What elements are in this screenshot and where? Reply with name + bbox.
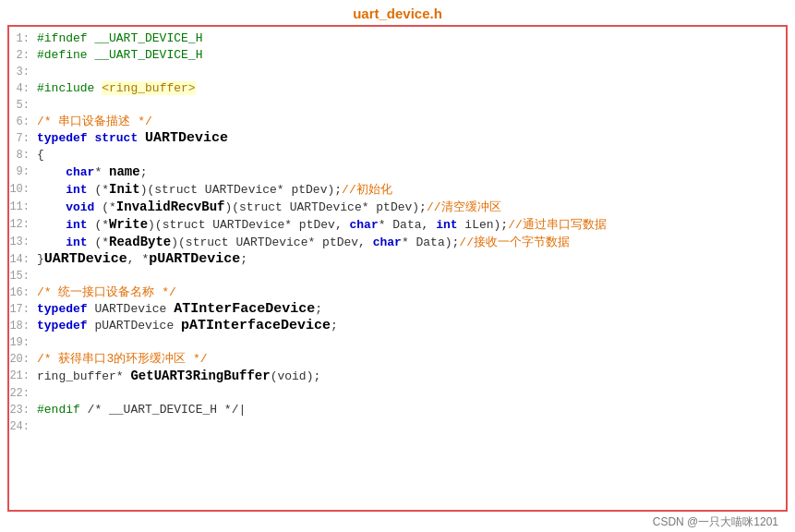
line-content: #ifndef __UART_DEVICE_H (35, 30, 786, 47)
line-number: 19: (9, 334, 35, 351)
line-content: ring_buffer* GetUART3RingBuffer(void); (35, 368, 786, 385)
line-number: 17: (9, 301, 35, 318)
line-content (35, 268, 786, 284)
line-number: 20: (9, 351, 35, 368)
file-title: uart_device.h (0, 0, 795, 25)
footer-credit: CSDN @一只大喵咪1201 (0, 512, 795, 532)
table-row: 7:typedef struct UARTDevice (9, 130, 786, 147)
table-row: 6:/* 串口设备描述 */ (9, 114, 786, 130)
line-number: 14: (9, 251, 35, 268)
line-content: /* 串口设备描述 */ (35, 114, 786, 130)
table-row: 21:ring_buffer* GetUART3RingBuffer(void)… (9, 368, 786, 385)
line-content: #define __UART_DEVICE_H (35, 47, 786, 64)
table-row: 24: (9, 418, 786, 435)
line-number: 7: (9, 130, 35, 147)
table-row: 15: (9, 268, 786, 284)
line-content (35, 64, 786, 80)
line-content: #include <ring_buffer> (35, 80, 786, 97)
table-row: 3: (9, 64, 786, 80)
line-number: 3: (9, 64, 35, 80)
line-content (35, 418, 786, 435)
line-number: 4: (9, 80, 35, 97)
line-number: 8: (9, 147, 35, 163)
line-content: void (*InvalidRecvBuf)(struct UARTDevice… (35, 199, 786, 216)
line-number: 23: (9, 402, 35, 418)
line-content: int (*Write)(struct UARTDevice* ptDev, c… (35, 216, 786, 234)
table-row: 17:typedef UARTDevice ATInterFaceDevice; (9, 301, 786, 318)
line-number: 13: (9, 234, 35, 251)
line-content: char* name; (35, 163, 786, 181)
line-number: 5: (9, 97, 35, 114)
line-number: 22: (9, 385, 35, 402)
table-row: 13: int (*ReadByte)(struct UARTDevice* p… (9, 234, 786, 251)
line-number: 6: (9, 114, 35, 130)
code-block: 1:#ifndef __UART_DEVICE_H2:#define __UAR… (7, 25, 788, 512)
line-content: typedef pUARTDevice pATInterfaceDevice; (35, 318, 786, 334)
line-number: 10: (9, 181, 35, 199)
table-row: 8:{ (9, 147, 786, 163)
line-number: 12: (9, 216, 35, 234)
line-content (35, 334, 786, 351)
line-number: 24: (9, 418, 35, 435)
table-row: 19: (9, 334, 786, 351)
table-row: 12: int (*Write)(struct UARTDevice* ptDe… (9, 216, 786, 234)
line-content: #endif /* __UART_DEVICE_H */| (35, 402, 786, 418)
table-row: 14:}UARTDevice, *pUARTDevice; (9, 251, 786, 268)
line-content (35, 385, 786, 402)
line-number: 18: (9, 318, 35, 334)
table-row: 10: int (*Init)(struct UARTDevice* ptDev… (9, 181, 786, 199)
line-content: int (*ReadByte)(struct UARTDevice* ptDev… (35, 234, 786, 251)
line-content: typedef UARTDevice ATInterFaceDevice; (35, 301, 786, 318)
table-row: 1:#ifndef __UART_DEVICE_H (9, 30, 786, 47)
table-row: 11: void (*InvalidRecvBuf)(struct UARTDe… (9, 199, 786, 216)
line-number: 16: (9, 284, 35, 301)
line-number: 1: (9, 30, 35, 47)
line-content: int (*Init)(struct UARTDevice* ptDev);//… (35, 181, 786, 199)
line-content: /* 获得串口3的环形缓冲区 */ (35, 351, 786, 368)
table-row: 9: char* name; (9, 163, 786, 181)
table-row: 23:#endif /* __UART_DEVICE_H */| (9, 402, 786, 418)
table-row: 5: (9, 97, 786, 114)
line-number: 11: (9, 199, 35, 216)
line-content: /* 统一接口设备名称 */ (35, 284, 786, 301)
line-content: }UARTDevice, *pUARTDevice; (35, 251, 786, 268)
line-number: 21: (9, 368, 35, 385)
table-row: 16:/* 统一接口设备名称 */ (9, 284, 786, 301)
line-content: { (35, 147, 786, 163)
line-content (35, 97, 786, 114)
line-number: 15: (9, 268, 35, 284)
table-row: 22: (9, 385, 786, 402)
table-row: 20:/* 获得串口3的环形缓冲区 */ (9, 351, 786, 368)
line-content: typedef struct UARTDevice (35, 130, 786, 147)
table-row: 18:typedef pUARTDevice pATInterfaceDevic… (9, 318, 786, 334)
table-row: 2:#define __UART_DEVICE_H (9, 47, 786, 64)
line-number: 9: (9, 163, 35, 181)
line-number: 2: (9, 47, 35, 64)
table-row: 4:#include <ring_buffer> (9, 80, 786, 97)
